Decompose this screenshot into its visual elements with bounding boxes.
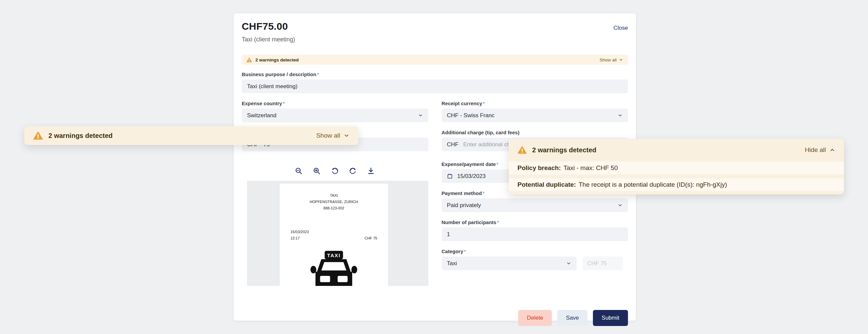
receipt-merchant: TAXI — [280, 192, 388, 199]
business-purpose-input-text[interactable] — [247, 83, 623, 90]
rotate-clockwise-icon[interactable] — [348, 167, 357, 175]
chevron-down-icon — [566, 261, 571, 266]
receipt-image: TAXI HOPFENSTRASSE, ZURICH 888-123-002 1… — [280, 184, 388, 286]
expense-country-select[interactable]: Switzerland — [242, 109, 428, 122]
warning-item-policy-breach: Policy breach:Taxi - max: CHF 50 — [509, 162, 844, 174]
warning-triangle-icon — [518, 145, 527, 155]
rotate-counterclockwise-icon[interactable] — [331, 167, 339, 175]
delete-button[interactable]: Delete — [518, 310, 552, 326]
receipt-toolbar — [242, 165, 428, 177]
warnings-panel-title: 2 warnings detected — [532, 146, 596, 154]
receipt-currency-field: Receipt currency* CHF - Swiss Franc — [442, 100, 628, 122]
chevron-up-icon — [829, 147, 835, 153]
chevron-down-icon — [619, 57, 623, 62]
business-purpose-field: Business purpose / description* — [242, 71, 628, 93]
zoom-out-icon[interactable] — [294, 167, 303, 175]
participants-input[interactable] — [442, 227, 628, 241]
required-mark: * — [464, 248, 466, 254]
receipt-phone: 888-123-002 — [280, 205, 388, 211]
participants-field: Number of participants* — [442, 219, 628, 241]
warnings-tooltip: 2 warnings detected Show all — [24, 126, 358, 145]
calendar-icon — [447, 173, 453, 179]
warning-triangle-icon — [246, 57, 252, 63]
receipt-preview-area: TAXI HOPFENSTRASSE, ZURICH 888-123-002 1… — [247, 181, 428, 286]
close-button[interactable]: Close — [614, 25, 628, 31]
payment-method-select[interactable]: Paid privately — [442, 199, 628, 212]
category-amount-hint: CHF 75 — [583, 256, 623, 270]
warnings-banner-text: 2 warnings detected — [255, 57, 299, 62]
receipt-currency-label: Receipt currency — [442, 100, 483, 106]
show-all-button[interactable]: Show all — [316, 132, 349, 139]
required-mark: * — [283, 100, 285, 106]
receipt-total: CHF 75 — [365, 235, 377, 241]
chevron-down-icon — [618, 203, 623, 208]
show-all-button[interactable]: Show all — [599, 57, 623, 62]
expense-amount-title: CHF75.00 — [242, 20, 295, 33]
required-mark: * — [317, 71, 319, 77]
receipt-date: 15/03/2023 — [290, 229, 377, 235]
chevron-down-icon — [618, 113, 623, 118]
additional-charge-label: Additional charge (tip, card fees) — [442, 130, 520, 135]
expense-country-label: Expense country — [242, 100, 282, 106]
save-button[interactable]: Save — [557, 310, 588, 326]
required-mark: * — [497, 219, 499, 225]
category-select[interactable]: Taxi — [442, 256, 577, 270]
participants-input-text[interactable] — [447, 231, 623, 238]
category-label: Category — [442, 248, 463, 254]
expense-subtitle: Taxi (client meeting) — [242, 35, 295, 43]
expense-country-field: Expense country* Switzerland — [242, 100, 428, 122]
submit-button[interactable]: Submit — [593, 310, 628, 326]
required-mark: * — [483, 100, 485, 106]
zoom-in-icon[interactable] — [312, 167, 321, 175]
svg-text:TAXI: TAXI — [327, 252, 341, 258]
category-field: Category* Taxi CHF 75 — [442, 248, 628, 270]
chevron-down-icon — [344, 132, 349, 139]
receipt-viewer: TAXI HOPFENSTRASSE, ZURICH 888-123-002 1… — [242, 161, 428, 286]
app-background: CHF75.00 Taxi (client meeting) Close 2 w… — [0, 0, 868, 334]
warnings-tooltip-text: 2 warnings detected — [49, 132, 113, 140]
receipt-currency-select[interactable]: CHF - Swiss Franc — [442, 109, 628, 122]
chevron-down-icon — [418, 113, 423, 118]
business-purpose-input[interactable] — [242, 80, 628, 93]
expense-date-label: Expense/payment date — [442, 161, 496, 167]
taxi-icon: TAXI — [280, 251, 388, 286]
required-mark: * — [483, 190, 485, 196]
required-mark: * — [496, 161, 498, 167]
participants-label: Number of participants — [442, 219, 496, 225]
hide-all-button[interactable]: Hide all — [805, 146, 835, 154]
warnings-banner: 2 warnings detected Show all — [242, 55, 628, 65]
modal-header: CHF75.00 Taxi (client meeting) Close — [242, 20, 628, 43]
currency-prefix: CHF — [447, 141, 459, 148]
receipt-time: 13:17 — [290, 235, 300, 241]
download-icon[interactable] — [367, 167, 375, 175]
payment-method-label: Payment method — [442, 190, 482, 196]
warning-triangle-icon — [33, 130, 43, 141]
business-purpose-label: Business purpose / description — [242, 71, 316, 77]
modal-footer: Delete Save Submit — [242, 310, 628, 326]
receipt-address: HOPFENSTRASSE, ZURICH — [280, 199, 388, 205]
warnings-panel: 2 warnings detected Hide all Policy brea… — [509, 139, 844, 194]
warning-item-potential-duplicate: Potential duplicate:The receipt is a pot… — [509, 178, 844, 191]
